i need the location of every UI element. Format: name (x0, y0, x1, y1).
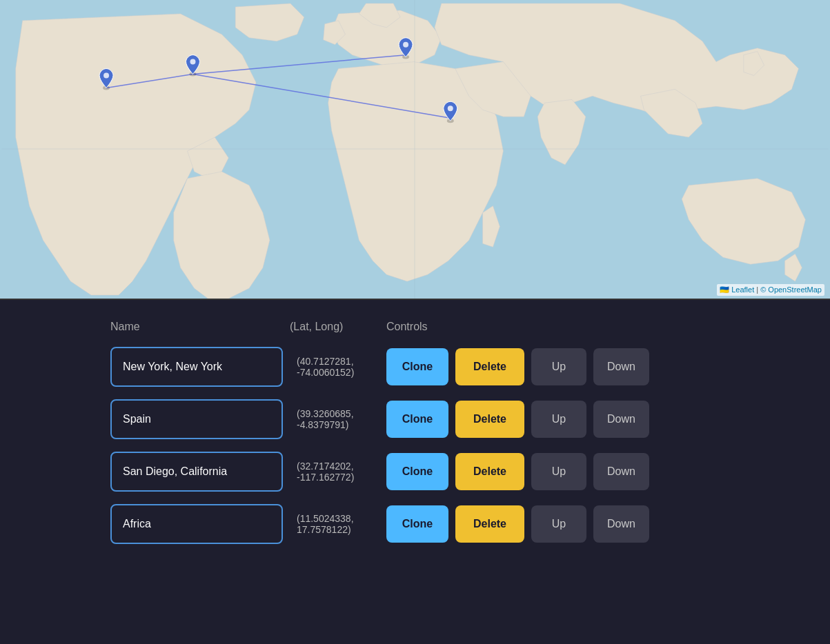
controls-group-0: Clone Delete Up Down (386, 348, 720, 385)
leaflet-link[interactable]: Leaflet (731, 285, 754, 294)
location-coords-0: (40.7127281, -74.0060152) (290, 356, 386, 378)
location-coords-3: (11.5024338, 17.7578122) (290, 513, 386, 535)
controls-group-2: Clone Delete Up Down (386, 453, 720, 490)
svg-point-11 (403, 42, 408, 48)
location-coords-2: (32.7174202, -117.162772) (290, 461, 386, 483)
up-button-3[interactable]: Up (531, 505, 586, 543)
table-row: (39.3260685, -4.8379791) Clone Delete Up… (110, 399, 720, 439)
clone-button-2[interactable]: Clone (386, 453, 448, 490)
location-name-input-0[interactable] (110, 347, 283, 387)
svg-point-9 (190, 59, 196, 65)
location-name-input-3[interactable] (110, 504, 283, 544)
delete-button-0[interactable]: Delete (455, 348, 524, 385)
table-row: (32.7174202, -117.162772) Clone Delete U… (110, 452, 720, 492)
controls-group-1: Clone Delete Up Down (386, 401, 720, 438)
delete-button-2[interactable]: Delete (455, 453, 524, 490)
up-button-2[interactable]: Up (531, 453, 586, 490)
clone-button-1[interactable]: Clone (386, 401, 448, 438)
table-header: Name (Lat, Long) Controls (110, 321, 720, 333)
delete-button-3[interactable]: Delete (455, 505, 524, 543)
location-name-input-2[interactable] (110, 452, 283, 492)
name-input-wrapper (110, 504, 290, 544)
name-input-wrapper (110, 399, 290, 439)
table-row: (40.7127281, -74.0060152) Clone Delete U… (110, 347, 720, 387)
down-button-1[interactable]: Down (593, 401, 649, 438)
locations-table: Name (Lat, Long) Controls (40.7127281, -… (0, 300, 830, 577)
map-attribution: 🇺🇦 Leaflet | © OpenStreetMap (717, 284, 824, 296)
delete-button-1[interactable]: Delete (455, 401, 524, 438)
controls-group-3: Clone Delete Up Down (386, 505, 720, 543)
down-button-2[interactable]: Down (593, 453, 649, 490)
svg-point-13 (448, 105, 453, 111)
col-header-name: Name (110, 321, 290, 333)
clone-button-3[interactable]: Clone (386, 505, 448, 543)
down-button-3[interactable]: Down (593, 505, 649, 543)
location-name-input-1[interactable] (110, 399, 283, 439)
svg-point-7 (103, 73, 109, 79)
down-button-0[interactable]: Down (593, 348, 649, 385)
location-coords-1: (39.3260685, -4.8379791) (290, 408, 386, 430)
world-map-svg (0, 0, 830, 299)
leaflet-flag: 🇺🇦 (720, 285, 729, 294)
up-button-0[interactable]: Up (531, 348, 586, 385)
osm-link[interactable]: © OpenStreetMap (760, 285, 822, 294)
table-row: (11.5024338, 17.7578122) Clone Delete Up… (110, 504, 720, 544)
map-section: 🇺🇦 Leaflet | © OpenStreetMap (0, 0, 830, 300)
name-input-wrapper (110, 452, 290, 492)
up-button-1[interactable]: Up (531, 401, 586, 438)
clone-button-0[interactable]: Clone (386, 348, 448, 385)
name-input-wrapper (110, 347, 290, 387)
col-header-coords: (Lat, Long) (290, 321, 386, 333)
col-header-controls: Controls (386, 321, 720, 333)
